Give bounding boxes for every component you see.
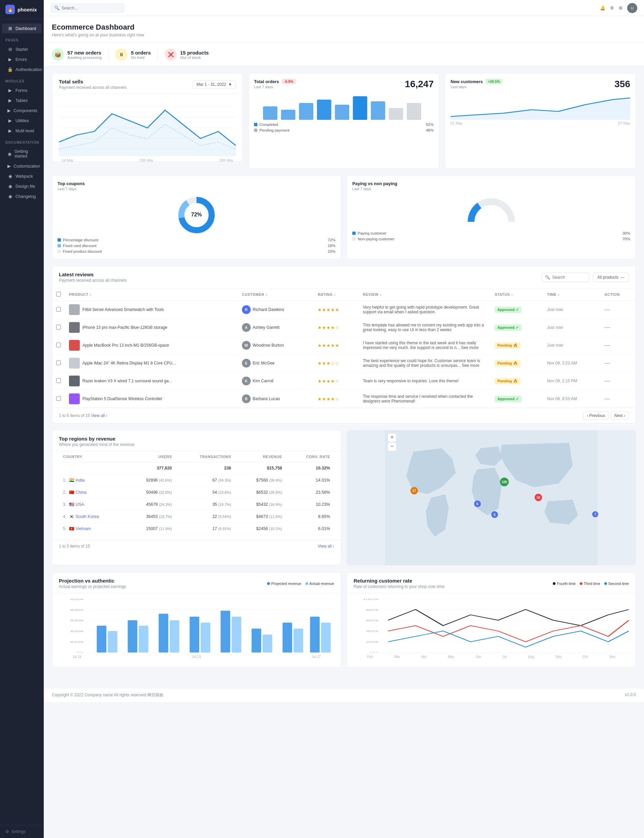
conv-cell: 8.85% xyxy=(286,511,334,523)
proj-x-1: Jul 19 xyxy=(72,655,81,659)
sidebar-item-authentication[interactable]: 🔒 Authentication xyxy=(2,65,42,74)
svg-text:100%: 100% xyxy=(363,599,379,600)
quick-stats: 📦 57 new orders Awaiting processing ⏸ 5 … xyxy=(44,43,644,66)
sidebar-item-design-file[interactable]: ◉ Design file xyxy=(2,181,42,191)
status-cell: Pending 🔥 xyxy=(491,372,543,390)
reviews-filter[interactable]: All products — xyxy=(593,273,629,282)
sidebar-item-getting-started[interactable]: ◉ Getting started xyxy=(2,147,42,161)
legend-completed: Completed 52% xyxy=(254,123,434,127)
map-dot: 6 xyxy=(491,511,498,518)
svg-rect-45 xyxy=(232,616,241,652)
main-content: 🔍 🔔 ⚙ ⊞ U Ecommerce Dashboard Here's wha… xyxy=(44,0,644,838)
row-select[interactable] xyxy=(56,343,61,347)
fixed-card-value: 18% xyxy=(328,244,335,248)
new-customers-header: New customers +26.5% Last days 356 xyxy=(450,79,630,90)
flag: 🇨🇳 xyxy=(69,490,74,495)
star-rating: ★★★★☆ xyxy=(318,396,340,401)
regions-view-all[interactable]: View all › xyxy=(318,544,334,549)
legend-paying: Paying customer 30% xyxy=(352,231,630,235)
projection-title: Projection vs authentic xyxy=(59,578,126,583)
search-bar[interactable]: 🔍 xyxy=(51,3,125,12)
grid-icon[interactable]: ⊞ xyxy=(619,5,623,10)
content-area: Total sells Payment received across all … xyxy=(44,66,644,688)
totals-row: 377,620 236 $15,758 10.32% xyxy=(59,462,334,474)
search-input[interactable] xyxy=(62,6,121,10)
reviews-search[interactable]: 🔍 xyxy=(541,273,590,282)
customer-name: Kim Carroll xyxy=(253,379,274,383)
sidebar-item-customization[interactable]: ▶ Customization xyxy=(2,161,42,171)
customer-cell: K Kim Carroll xyxy=(238,372,314,390)
regions-tbody: 377,620 236 $15,758 10.32% 1. 🇮🇳 India 9… xyxy=(59,462,334,535)
sidebar-item-components[interactable]: ▶ Components xyxy=(2,106,42,115)
action-button[interactable]: — xyxy=(605,307,610,312)
action-button[interactable]: — xyxy=(605,396,610,401)
action-button[interactable]: — xyxy=(605,360,610,366)
sidebar-item-errors[interactable]: ▶ Errors xyxy=(2,54,42,64)
sidebar-item-changelog[interactable]: ◉ Changelog xyxy=(2,192,42,201)
sidebar-item-forms[interactable]: ▶ Forms xyxy=(2,85,42,95)
country-link[interactable]: South Korea xyxy=(76,514,99,519)
new-customers-x-labels: 01 May 07 May xyxy=(450,121,630,125)
svg-rect-10 xyxy=(335,105,349,120)
returning-chart: 100% 80% 60% 40% 20% 0% Feb xyxy=(347,593,636,667)
settings-item[interactable]: ⚙ Settings xyxy=(0,825,44,838)
new-customers-title: New customers xyxy=(450,79,483,84)
rating-cell: ★★★★★ xyxy=(314,337,359,354)
sidebar-item-webpack[interactable]: ◉ Webpack xyxy=(2,171,42,181)
tx-cell: 22 (9.54%) xyxy=(176,511,235,523)
sidebar-item-starter[interactable]: ⊞ Starter xyxy=(2,44,42,54)
map-dot: 100 xyxy=(500,478,509,486)
customer-avatar: W xyxy=(242,341,251,350)
sidebar-item-tables[interactable]: ▶ Tables xyxy=(2,95,42,105)
avatar[interactable]: U xyxy=(627,3,637,13)
totals-conv: 10.32% xyxy=(286,462,334,474)
row-select[interactable] xyxy=(56,396,61,401)
table-row: iPhone 13 pro max-Pacific Blue-128GB sto… xyxy=(52,319,636,337)
app-logo[interactable]: 🔥 phoenix xyxy=(0,0,44,19)
tables-icon: ▶ xyxy=(7,98,13,103)
sidebar-item-utilities[interactable]: ▶ Utilities xyxy=(2,116,42,125)
country-link[interactable]: China xyxy=(76,490,87,495)
tx-cell: 54 (23.8%) xyxy=(176,486,235,498)
table-row: Razer kraken V3 X wired 7.1 surround sou… xyxy=(52,372,636,390)
totals-revenue: $15,758 xyxy=(235,462,286,474)
action-button[interactable]: — xyxy=(605,342,610,348)
row-select[interactable] xyxy=(56,360,61,365)
country-link[interactable]: India xyxy=(76,478,84,483)
logo-icon: 🔥 xyxy=(5,5,15,14)
x-label-2: 15th May xyxy=(139,158,153,162)
sidebar-item-label: Design file xyxy=(15,184,35,189)
reviews-search-input[interactable] xyxy=(552,275,586,280)
view-all-link[interactable]: View all › xyxy=(91,413,107,418)
country-link[interactable]: USA xyxy=(76,502,84,507)
sidebar-item-dashboard[interactable]: ⊞ Dashboard xyxy=(2,23,42,33)
sidebar-item-label: Components xyxy=(13,108,37,113)
row-select[interactable] xyxy=(56,378,61,383)
svg-rect-8 xyxy=(299,103,314,120)
sidebar-item-multilevel[interactable]: ▶ Multi level xyxy=(2,126,42,136)
select-all-checkbox[interactable] xyxy=(56,292,61,296)
paying-subtitle: Last 7 days xyxy=(352,187,630,191)
bell-icon[interactable]: 🔔 xyxy=(600,5,605,10)
total-sells-subtitle: Payment received across all channels xyxy=(59,85,127,90)
action-button[interactable]: — xyxy=(605,378,610,384)
row-select[interactable] xyxy=(56,325,61,329)
returning-subtitle: Rate of customers returning to your shop… xyxy=(354,584,444,589)
total-orders-legend: Completed 52% Pending payment 48% xyxy=(254,123,434,132)
country-link[interactable]: Vietnam xyxy=(76,526,91,531)
customer-avatar: A xyxy=(242,323,251,332)
svg-rect-12 xyxy=(371,101,385,120)
date-range-select[interactable]: Mar 1 - 31, 2022 ▼ xyxy=(193,80,236,89)
gear-icon[interactable]: ⚙ xyxy=(610,5,614,10)
review-cell: Team is very responsive to inquiries. Lo… xyxy=(359,372,491,390)
customer-avatar: B xyxy=(242,394,251,403)
donut-chart: 72% xyxy=(58,195,335,235)
svg-rect-46 xyxy=(252,629,261,652)
next-button[interactable]: Next › xyxy=(611,412,629,420)
prev-button[interactable]: ‹ Previous xyxy=(583,412,609,420)
ret-x-1: Feb xyxy=(367,655,373,659)
projection-x-labels: Jul 19 Jul 23 Jul 27 xyxy=(59,655,334,659)
action-button[interactable]: — xyxy=(605,324,610,330)
row-select[interactable] xyxy=(56,307,61,312)
users-cell: 15007 (11.9%) xyxy=(125,523,176,535)
